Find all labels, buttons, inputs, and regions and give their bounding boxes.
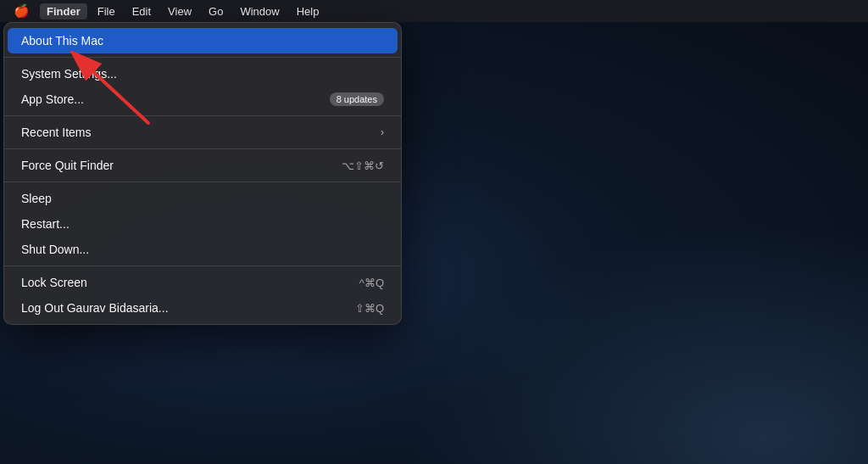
separator-3	[4, 148, 401, 149]
background-detail	[348, 186, 868, 464]
menubar: 🍎 Finder File Edit View Go Window Help	[0, 0, 868, 22]
menu-item-log-out[interactable]: Log Out Gaurav Bidasaria... ⇧⌘Q	[4, 295, 401, 321]
menu-item-force-quit[interactable]: Force Quit Finder ⌥⇧⌘↺	[4, 153, 401, 178]
menubar-edit[interactable]: Edit	[125, 3, 158, 20]
recent-items-chevron-icon: ›	[381, 126, 384, 138]
menubar-go[interactable]: Go	[202, 3, 230, 20]
apple-menu-dropdown: About This Mac System Settings... App St…	[3, 22, 402, 325]
menu-item-system-settings[interactable]: System Settings...	[4, 61, 401, 87]
menubar-window[interactable]: Window	[233, 3, 286, 20]
menu-item-recent-items[interactable]: Recent Items ›	[4, 120, 401, 145]
menu-item-sleep[interactable]: Sleep	[4, 186, 401, 211]
apple-icon: 🍎	[14, 3, 30, 18]
separator-2	[4, 115, 401, 116]
menu-item-about[interactable]: About This Mac	[8, 28, 398, 53]
separator-5	[4, 266, 401, 266]
apple-menu-trigger[interactable]: 🍎	[7, 2, 36, 20]
menubar-finder[interactable]: Finder	[40, 3, 87, 20]
menubar-help[interactable]: Help	[290, 3, 326, 20]
app-store-badge: 8 updates	[330, 92, 384, 106]
menubar-file[interactable]: File	[91, 3, 122, 20]
menu-item-app-store[interactable]: App Store... 8 updates	[4, 87, 401, 112]
menu-item-restart[interactable]: Restart...	[4, 211, 401, 237]
menubar-view[interactable]: View	[161, 3, 198, 20]
menu-item-shut-down[interactable]: Shut Down...	[4, 237, 401, 262]
separator-1	[4, 57, 401, 58]
log-out-shortcut: ⇧⌘Q	[355, 302, 384, 315]
separator-4	[4, 182, 401, 182]
lock-screen-shortcut: ^⌘Q	[359, 277, 384, 289]
menu-item-lock-screen[interactable]: Lock Screen ^⌘Q	[4, 270, 401, 295]
force-quit-shortcut: ⌥⇧⌘↺	[342, 159, 384, 172]
